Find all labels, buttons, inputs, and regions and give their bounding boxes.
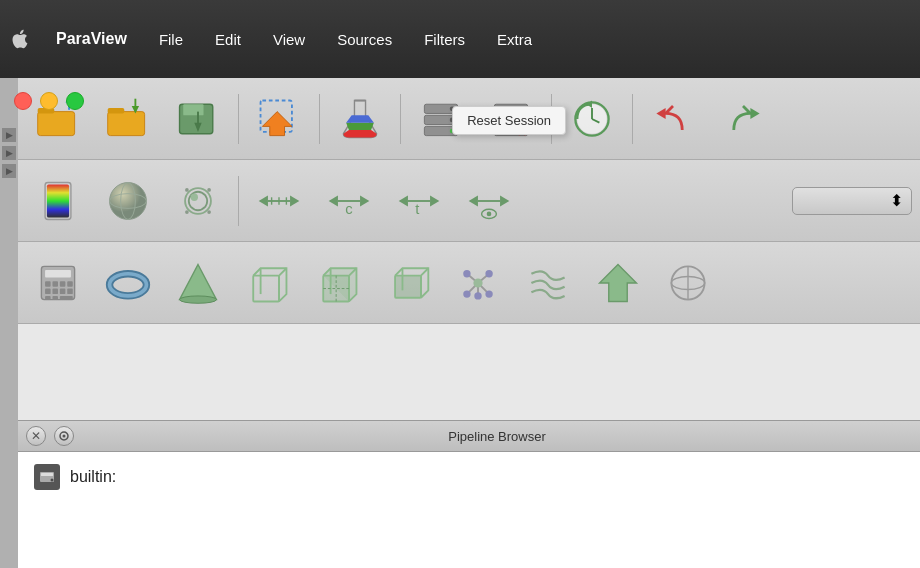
main-content: Reset Session	[18, 78, 920, 568]
svg-marker-45	[259, 195, 268, 206]
svg-marker-33	[750, 107, 759, 118]
divider-1	[238, 94, 239, 144]
svg-marker-52	[360, 195, 369, 206]
menu-item-view[interactable]: View	[257, 0, 321, 78]
svg-rect-68	[60, 281, 66, 287]
cube-wireframe-button[interactable]	[234, 252, 302, 314]
svg-marker-79	[180, 264, 217, 299]
svg-point-111	[63, 435, 66, 438]
box-button[interactable]	[374, 252, 442, 314]
streamlines-button[interactable]	[514, 252, 582, 314]
svg-text:t: t	[415, 200, 419, 216]
menu-item-extra[interactable]: Extra	[481, 0, 548, 78]
svg-point-100	[473, 278, 482, 287]
reset-camera-button[interactable]	[245, 170, 313, 232]
svg-marker-51	[329, 195, 338, 206]
fullscreen-button[interactable]	[66, 92, 84, 110]
svg-marker-56	[430, 195, 439, 206]
reset-session-button[interactable]: Reset Session	[558, 88, 626, 150]
pipeline-item-label: builtin:	[70, 468, 116, 486]
traffic-lights	[14, 92, 84, 110]
redo-button[interactable]	[709, 88, 777, 150]
cube-internal-button[interactable]	[304, 252, 372, 314]
sphere-button[interactable]	[94, 170, 162, 232]
svg-marker-60	[500, 195, 509, 206]
svg-point-80	[180, 295, 217, 302]
svg-rect-113	[41, 473, 53, 476]
svg-point-44	[185, 210, 189, 214]
pipeline-close-button[interactable]: ✕	[26, 426, 46, 446]
menu-item-edit[interactable]: Edit	[199, 0, 257, 78]
svg-marker-46	[290, 195, 299, 206]
molecule-button[interactable]	[444, 252, 512, 314]
menu-item-sources[interactable]: Sources	[321, 0, 408, 78]
menu-item-paraview[interactable]: ParaView	[40, 0, 143, 78]
svg-marker-13	[262, 111, 292, 135]
svg-rect-7	[134, 98, 136, 107]
more-3d-button[interactable]	[654, 252, 722, 314]
svg-rect-71	[52, 288, 58, 294]
svg-rect-70	[45, 288, 51, 294]
svg-line-83	[279, 268, 286, 275]
title-bar: ParaView File Edit View Sources Filters …	[0, 0, 920, 78]
paraview-logo-button[interactable]	[326, 88, 394, 150]
glyph-button[interactable]	[164, 170, 232, 232]
svg-rect-81	[253, 275, 279, 301]
svg-line-93	[421, 268, 428, 275]
svg-point-43	[207, 210, 211, 214]
arrow-shape-button[interactable]	[584, 252, 652, 314]
divider-5	[632, 94, 633, 144]
svg-rect-66	[45, 281, 51, 287]
open-file-button[interactable]	[94, 88, 162, 150]
svg-point-63	[487, 211, 492, 216]
menu-item-filters[interactable]: Filters	[408, 0, 481, 78]
svg-text:c: c	[345, 200, 352, 216]
svg-marker-106	[600, 264, 637, 301]
left-strip: ▶ ▶ ▶	[0, 78, 18, 568]
calculator-button[interactable]	[24, 252, 92, 314]
color-map-button[interactable]	[24, 170, 92, 232]
reset-camera-c-button[interactable]: c	[315, 170, 383, 232]
svg-point-104	[485, 290, 492, 297]
cone-button[interactable]	[164, 252, 232, 314]
svg-marker-32	[656, 107, 665, 118]
pipeline-content: builtin:	[18, 452, 920, 502]
svg-rect-76	[60, 295, 73, 299]
minimize-button[interactable]	[40, 92, 58, 110]
svg-point-36	[110, 182, 147, 219]
torus-button[interactable]	[94, 252, 162, 314]
left-strip-item: ▶	[2, 128, 16, 142]
svg-point-40	[191, 193, 198, 200]
undo-button[interactable]	[639, 88, 707, 150]
pipeline-item-icon	[34, 464, 60, 490]
left-strip-item: ▶	[2, 146, 16, 160]
left-strip-item: ▶	[2, 164, 16, 178]
pipeline-browser: ✕ Pipeline Browser builti	[18, 420, 920, 568]
svg-rect-9	[183, 104, 203, 115]
save-data-button[interactable]	[164, 88, 232, 150]
close-button[interactable]	[14, 92, 32, 110]
select-objects-button[interactable]	[245, 88, 313, 150]
menu-bar: ParaView File Edit View Sources Filters …	[40, 0, 920, 78]
window-area: Reset Session	[0, 78, 920, 568]
svg-rect-73	[67, 288, 73, 294]
svg-rect-67	[52, 281, 58, 287]
svg-rect-11	[197, 111, 199, 124]
toolbar-row-2: c t	[18, 160, 920, 242]
divider-3	[400, 94, 401, 144]
reset-camera-t-button[interactable]: t	[385, 170, 453, 232]
toolbar-dropdown[interactable]: ⬍	[792, 187, 912, 215]
dropdown-arrow-icon: ⬍	[890, 191, 903, 210]
toolbar-row-3	[18, 242, 920, 324]
menu-item-file[interactable]: File	[143, 0, 199, 78]
apple-logo[interactable]	[0, 0, 40, 78]
svg-point-102	[485, 270, 492, 277]
svg-marker-55	[399, 195, 408, 206]
svg-rect-4	[108, 111, 145, 135]
divider-2	[319, 94, 320, 144]
svg-rect-69	[67, 281, 73, 287]
svg-rect-5	[108, 107, 125, 113]
reset-camera-eye-button[interactable]	[455, 170, 523, 232]
reset-session-tooltip: Reset Session	[452, 106, 566, 135]
pipeline-pin-button[interactable]	[54, 426, 74, 446]
